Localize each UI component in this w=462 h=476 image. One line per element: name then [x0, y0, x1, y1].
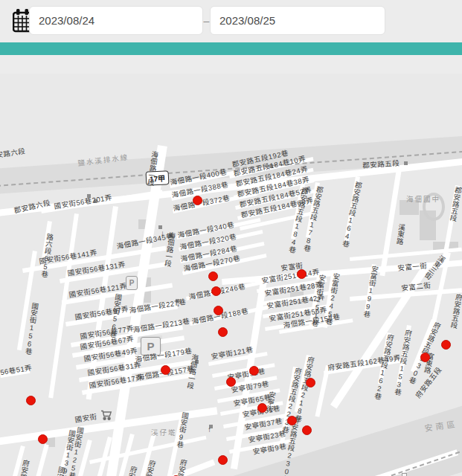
parking-small-icon: P: [126, 276, 138, 290]
incident-marker[interactable]: [257, 403, 267, 413]
incident-marker[interactable]: [302, 425, 312, 435]
street-label: 府安路五段: [449, 293, 462, 329]
incident-marker[interactable]: [441, 340, 451, 350]
incident-marker[interactable]: [297, 269, 307, 279]
place-label: 溪仔墘: [151, 429, 177, 437]
incident-marker[interactable]: [38, 434, 48, 444]
place-label: 海佃國中: [406, 196, 440, 203]
incident-marker[interactable]: [287, 416, 297, 425]
date-range-toolbar: –: [0, 0, 462, 42]
lane-arrow-down: ↓: [176, 300, 180, 308]
street-label: 國安街56巷201弄: [54, 194, 113, 210]
shopping-cart-icon: [100, 410, 112, 421]
date-to-input[interactable]: [210, 6, 385, 35]
incident-marker[interactable]: [211, 286, 221, 296]
street-label: 郡安路六段: [0, 147, 26, 161]
street: [315, 365, 330, 417]
street-label: 溪東路: [395, 223, 405, 245]
signal-marker: [404, 161, 408, 165]
incident-marker[interactable]: [193, 196, 202, 205]
incident-marker[interactable]: [218, 455, 228, 465]
incident-marker[interactable]: [161, 365, 170, 375]
street-label: 國安街56巷51弄: [0, 364, 33, 380]
date-from-input[interactable]: [29, 6, 203, 35]
map-canvas[interactable]: 17甲 P P 鹽水溪排水線海佃國中溪仔墘安南區鹽水溪橋郡安路六段郡安路六段路六…: [0, 74, 462, 476]
date-range-separator: –: [203, 15, 210, 27]
street-label: 郡安路五段: [449, 186, 462, 222]
lane-arrow-up: ↑: [208, 426, 211, 434]
incident-marker[interactable]: [26, 396, 36, 405]
boundary-node: [402, 473, 407, 476]
incident-marker[interactable]: [214, 306, 223, 315]
toolbar-map-gap: [0, 55, 462, 74]
incident-marker[interactable]: [218, 327, 228, 337]
incident-marker[interactable]: [306, 378, 315, 387]
street-label: 郡安路五段164巷: [341, 181, 362, 248]
accent-bar: [0, 42, 462, 55]
street-label: 國安街155巷: [47, 466, 65, 476]
street-label: 國安街: [74, 413, 97, 424]
incident-marker[interactable]: [208, 271, 218, 281]
incident-marker[interactable]: [226, 377, 236, 387]
incident-marker[interactable]: [420, 353, 430, 362]
incident-marker[interactable]: [249, 366, 259, 376]
lane-arrow-down: ↓: [161, 230, 164, 237]
street-label: 海佃路一段: [186, 353, 199, 389]
